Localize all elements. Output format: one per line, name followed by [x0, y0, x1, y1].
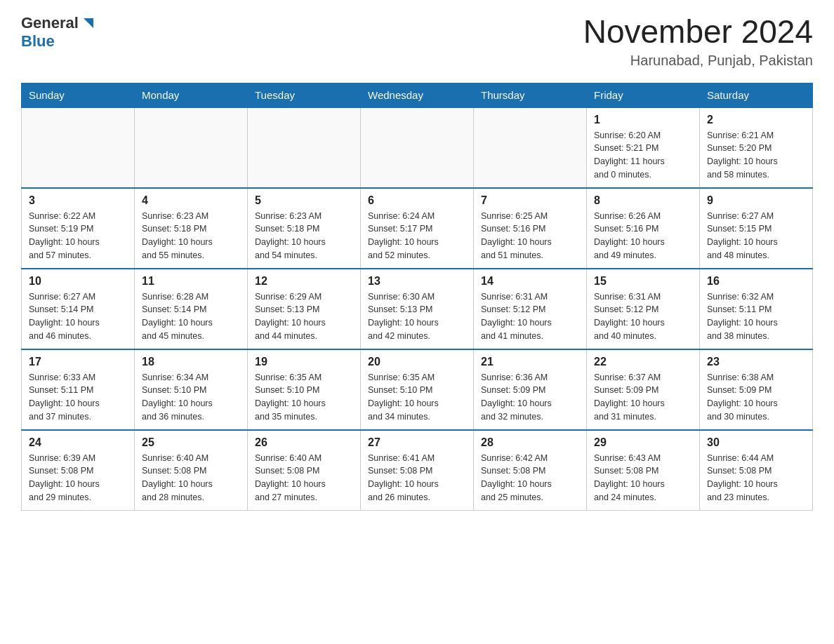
calendar-cell: 23Sunrise: 6:38 AM Sunset: 5:09 PM Dayli…	[700, 349, 813, 430]
calendar-week-row: 24Sunrise: 6:39 AM Sunset: 5:08 PM Dayli…	[22, 430, 813, 511]
calendar-cell: 5Sunrise: 6:23 AM Sunset: 5:18 PM Daylig…	[248, 188, 361, 269]
day-number: 13	[368, 275, 466, 288]
month-title: November 2024	[583, 14, 813, 50]
day-info: Sunrise: 6:27 AM Sunset: 5:14 PM Dayligh…	[29, 290, 127, 343]
calendar-cell: 20Sunrise: 6:35 AM Sunset: 5:10 PM Dayli…	[361, 349, 474, 430]
calendar-header-tuesday: Tuesday	[248, 83, 361, 107]
logo-blue-text: Blue	[21, 32, 55, 51]
calendar-header-sunday: Sunday	[22, 83, 135, 107]
day-info: Sunrise: 6:39 AM Sunset: 5:08 PM Dayligh…	[29, 452, 127, 504]
day-info: Sunrise: 6:21 AM Sunset: 5:20 PM Dayligh…	[707, 129, 805, 182]
day-info: Sunrise: 6:28 AM Sunset: 5:14 PM Dayligh…	[142, 290, 240, 343]
day-number: 7	[481, 194, 579, 207]
day-number: 15	[594, 275, 692, 288]
calendar-header-friday: Friday	[587, 83, 700, 107]
calendar-header-wednesday: Wednesday	[361, 83, 474, 107]
calendar-header-row: SundayMondayTuesdayWednesdayThursdayFrid…	[22, 83, 813, 107]
calendar-cell: 13Sunrise: 6:30 AM Sunset: 5:13 PM Dayli…	[361, 269, 474, 349]
calendar-cell: 7Sunrise: 6:25 AM Sunset: 5:16 PM Daylig…	[474, 188, 587, 269]
day-number: 18	[142, 356, 240, 368]
day-number: 30	[707, 436, 805, 449]
day-number: 4	[142, 194, 240, 207]
calendar-cell: 18Sunrise: 6:34 AM Sunset: 5:10 PM Dayli…	[135, 349, 248, 430]
location-title: Harunabad, Punjab, Pakistan	[583, 53, 813, 69]
calendar-cell: 29Sunrise: 6:43 AM Sunset: 5:08 PM Dayli…	[587, 430, 700, 511]
day-number: 3	[29, 194, 127, 207]
day-info: Sunrise: 6:31 AM Sunset: 5:12 PM Dayligh…	[594, 290, 692, 343]
day-info: Sunrise: 6:33 AM Sunset: 5:11 PM Dayligh…	[29, 371, 127, 424]
day-number: 21	[481, 356, 579, 368]
day-number: 27	[368, 436, 466, 449]
calendar-cell: 11Sunrise: 6:28 AM Sunset: 5:14 PM Dayli…	[135, 269, 248, 349]
calendar-week-row: 1Sunrise: 6:20 AM Sunset: 5:21 PM Daylig…	[22, 107, 813, 188]
title-area: November 2024 Harunabad, Punjab, Pakista…	[583, 14, 813, 69]
day-info: Sunrise: 6:35 AM Sunset: 5:10 PM Dayligh…	[255, 371, 353, 424]
calendar-cell: 19Sunrise: 6:35 AM Sunset: 5:10 PM Dayli…	[248, 349, 361, 430]
calendar-cell: 27Sunrise: 6:41 AM Sunset: 5:08 PM Dayli…	[361, 430, 474, 511]
calendar-cell: 12Sunrise: 6:29 AM Sunset: 5:13 PM Dayli…	[248, 269, 361, 349]
calendar-cell	[135, 107, 248, 188]
calendar-cell: 10Sunrise: 6:27 AM Sunset: 5:14 PM Dayli…	[22, 269, 135, 349]
calendar-cell: 26Sunrise: 6:40 AM Sunset: 5:08 PM Dayli…	[248, 430, 361, 511]
day-info: Sunrise: 6:29 AM Sunset: 5:13 PM Dayligh…	[255, 290, 353, 343]
day-info: Sunrise: 6:36 AM Sunset: 5:09 PM Dayligh…	[481, 371, 579, 424]
day-info: Sunrise: 6:26 AM Sunset: 5:16 PM Dayligh…	[594, 210, 692, 262]
calendar-cell: 17Sunrise: 6:33 AM Sunset: 5:11 PM Dayli…	[22, 349, 135, 430]
calendar-cell: 1Sunrise: 6:20 AM Sunset: 5:21 PM Daylig…	[587, 107, 700, 188]
logo: General Blue	[21, 14, 96, 51]
day-number: 22	[594, 356, 692, 368]
day-info: Sunrise: 6:30 AM Sunset: 5:13 PM Dayligh…	[368, 290, 466, 343]
day-info: Sunrise: 6:42 AM Sunset: 5:08 PM Dayligh…	[481, 452, 579, 504]
calendar-cell: 2Sunrise: 6:21 AM Sunset: 5:20 PM Daylig…	[700, 107, 813, 188]
day-number: 1	[594, 114, 692, 126]
calendar-table: SundayMondayTuesdayWednesdayThursdayFrid…	[21, 83, 813, 511]
calendar-cell: 9Sunrise: 6:27 AM Sunset: 5:15 PM Daylig…	[700, 188, 813, 269]
calendar-cell	[474, 107, 587, 188]
day-number: 28	[481, 436, 579, 449]
day-number: 6	[368, 194, 466, 207]
day-info: Sunrise: 6:31 AM Sunset: 5:12 PM Dayligh…	[481, 290, 579, 343]
day-info: Sunrise: 6:24 AM Sunset: 5:17 PM Dayligh…	[368, 210, 466, 262]
day-info: Sunrise: 6:22 AM Sunset: 5:19 PM Dayligh…	[29, 210, 127, 262]
day-number: 17	[29, 356, 127, 368]
day-info: Sunrise: 6:41 AM Sunset: 5:08 PM Dayligh…	[368, 452, 466, 504]
page-header: General Blue November 2024 Harunabad, Pu…	[21, 14, 813, 69]
day-info: Sunrise: 6:43 AM Sunset: 5:08 PM Dayligh…	[594, 452, 692, 504]
day-info: Sunrise: 6:23 AM Sunset: 5:18 PM Dayligh…	[142, 210, 240, 262]
day-number: 9	[707, 194, 805, 207]
day-info: Sunrise: 6:40 AM Sunset: 5:08 PM Dayligh…	[255, 452, 353, 504]
calendar-cell: 14Sunrise: 6:31 AM Sunset: 5:12 PM Dayli…	[474, 269, 587, 349]
day-number: 11	[142, 275, 240, 288]
calendar-week-row: 17Sunrise: 6:33 AM Sunset: 5:11 PM Dayli…	[22, 349, 813, 430]
day-number: 2	[707, 114, 805, 126]
calendar-cell: 28Sunrise: 6:42 AM Sunset: 5:08 PM Dayli…	[474, 430, 587, 511]
day-number: 10	[29, 275, 127, 288]
day-number: 25	[142, 436, 240, 449]
day-number: 29	[594, 436, 692, 449]
calendar-cell: 3Sunrise: 6:22 AM Sunset: 5:19 PM Daylig…	[22, 188, 135, 269]
calendar-cell: 24Sunrise: 6:39 AM Sunset: 5:08 PM Dayli…	[22, 430, 135, 511]
calendar-header-monday: Monday	[135, 83, 248, 107]
calendar-cell: 16Sunrise: 6:32 AM Sunset: 5:11 PM Dayli…	[700, 269, 813, 349]
day-number: 19	[255, 356, 353, 368]
day-number: 14	[481, 275, 579, 288]
calendar-week-row: 3Sunrise: 6:22 AM Sunset: 5:19 PM Daylig…	[22, 188, 813, 269]
day-info: Sunrise: 6:23 AM Sunset: 5:18 PM Dayligh…	[255, 210, 353, 262]
day-info: Sunrise: 6:34 AM Sunset: 5:10 PM Dayligh…	[142, 371, 240, 424]
calendar-cell: 25Sunrise: 6:40 AM Sunset: 5:08 PM Dayli…	[135, 430, 248, 511]
day-info: Sunrise: 6:40 AM Sunset: 5:08 PM Dayligh…	[142, 452, 240, 504]
day-number: 16	[707, 275, 805, 288]
day-info: Sunrise: 6:25 AM Sunset: 5:16 PM Dayligh…	[481, 210, 579, 262]
day-info: Sunrise: 6:20 AM Sunset: 5:21 PM Dayligh…	[594, 129, 692, 182]
day-info: Sunrise: 6:38 AM Sunset: 5:09 PM Dayligh…	[707, 371, 805, 424]
logo-triangle-icon	[81, 15, 96, 31]
calendar-cell	[22, 107, 135, 188]
calendar-header-thursday: Thursday	[474, 83, 587, 107]
day-number: 20	[368, 356, 466, 368]
day-info: Sunrise: 6:44 AM Sunset: 5:08 PM Dayligh…	[707, 452, 805, 504]
calendar-cell: 21Sunrise: 6:36 AM Sunset: 5:09 PM Dayli…	[474, 349, 587, 430]
calendar-cell: 15Sunrise: 6:31 AM Sunset: 5:12 PM Dayli…	[587, 269, 700, 349]
day-info: Sunrise: 6:32 AM Sunset: 5:11 PM Dayligh…	[707, 290, 805, 343]
day-info: Sunrise: 6:35 AM Sunset: 5:10 PM Dayligh…	[368, 371, 466, 424]
calendar-cell: 8Sunrise: 6:26 AM Sunset: 5:16 PM Daylig…	[587, 188, 700, 269]
